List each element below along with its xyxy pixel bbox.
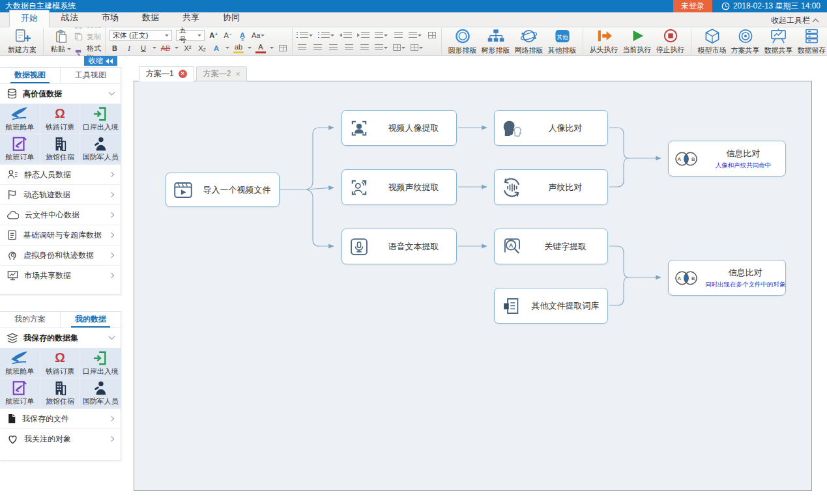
dataset-flight-manifest[interactable]: 航班舱单 — [0, 348, 40, 378]
ribbon-tab-collab[interactable]: 协同 — [211, 9, 252, 27]
category-market-shared[interactable]: 市场共享数据 — [0, 265, 121, 285]
font-size-select[interactable]: 五号 — [176, 30, 205, 41]
dataset-port-entry-exit[interactable]: 口岸出入境 — [80, 348, 121, 378]
numbered-list-button[interactable] — [318, 30, 334, 40]
ribbon-tab-tactics[interactable]: 战法 — [50, 9, 90, 27]
node-other-files-lexicon[interactable]: 其他文件提取词库 — [494, 288, 608, 324]
dropdown-caret-icon[interactable] — [270, 47, 274, 49]
paragraph-shading-button[interactable] — [393, 42, 405, 53]
other-layout-button[interactable]: 其他 其他排版 — [545, 28, 579, 55]
dataset-hotel-stay[interactable]: 旅馆住宿 — [40, 134, 81, 164]
node-info-compare-1[interactable]: AB 信息比对 人像和声纹共同命中 — [668, 141, 786, 176]
category-cloud-file[interactable]: 云文件中心数据 — [0, 204, 121, 225]
dataset-military-personnel[interactable]: 国防军人员 — [80, 134, 121, 164]
align-center-button[interactable] — [312, 42, 323, 53]
dataset-flight-order[interactable]: 航班订单 — [0, 134, 40, 164]
bold-button[interactable]: B — [109, 43, 120, 53]
tab-my-data[interactable]: 我的数据 — [60, 312, 121, 328]
plan-tab-1[interactable]: 方案—1 ✕ — [139, 66, 194, 81]
sidebar-collapse-button[interactable]: 收缩 — [84, 56, 117, 66]
table-button[interactable] — [427, 30, 437, 40]
dataset-port-entry-exit[interactable]: 口岸出入境 — [80, 104, 121, 134]
my-followed-objects-row[interactable]: 我关注的对象 — [0, 428, 121, 449]
collapse-toolbar-button[interactable]: 收起工具栏 — [771, 15, 818, 26]
category-virtual-identity[interactable]: 虚拟身份和轨迹数据 — [0, 245, 121, 265]
distribute-button[interactable] — [359, 42, 370, 53]
high-value-data-header[interactable]: 高价值数据 — [0, 84, 121, 104]
align-left-button[interactable] — [297, 42, 307, 53]
my-datasets-header[interactable]: 我保存的数据集 — [0, 328, 121, 348]
login-status-badge[interactable]: 未登录 — [673, 0, 712, 12]
node-video-voice-extract[interactable]: 视频声纹提取 — [341, 169, 457, 205]
text-effects-button[interactable]: A — [211, 43, 222, 53]
run-current-button[interactable]: 当前执行 — [620, 28, 654, 55]
paste-button[interactable]: 粘贴 — [48, 28, 74, 55]
data-share-button[interactable]: 数据共享 — [762, 28, 795, 55]
dataset-flight-manifest[interactable]: 航班舱单 — [0, 104, 40, 134]
close-tab-icon[interactable]: × — [235, 70, 240, 78]
show-marks-button[interactable] — [409, 30, 422, 40]
char-scale-button[interactable] — [375, 30, 388, 40]
run-from-start-button[interactable]: 从头执行 — [587, 28, 620, 55]
superscript-button[interactable]: X² — [182, 43, 193, 53]
stop-run-button[interactable]: 停止执行 — [654, 28, 687, 55]
plan-tab-2[interactable]: 方案—2 × — [196, 66, 248, 81]
dataset-military-personnel[interactable]: 国防军人员 — [80, 378, 121, 408]
tree-layout-button[interactable]: 树形排版 — [479, 28, 512, 55]
new-plan-button[interactable]: 新建方案 — [5, 28, 39, 55]
category-dynamic-trajectory[interactable]: 动态轨迹数据 — [0, 184, 121, 204]
category-research-library[interactable]: 基础调研与专题库数据 — [0, 225, 121, 245]
flowchart-canvas[interactable]: 导入一个视频文件 视频人像提取 视频声纹提取 语音文本提取 — [134, 81, 812, 491]
node-import-video[interactable]: 导入一个视频文件 — [166, 173, 280, 207]
network-layout-button[interactable]: 网络排版 — [512, 28, 545, 55]
close-tab-icon[interactable]: ✕ — [179, 70, 187, 78]
tab-my-plans[interactable]: 我的方案 — [0, 312, 60, 328]
strikethrough-button[interactable]: AB — [160, 43, 171, 53]
subscript-button[interactable]: X₂ — [197, 43, 207, 53]
dataset-railway-ticket[interactable]: Ω 铁路订票 — [40, 104, 81, 134]
underline-button[interactable]: U — [138, 43, 149, 53]
node-voice-compare[interactable]: 声纹比对 — [494, 169, 608, 205]
category-static-personnel[interactable]: 静态人员数据 — [0, 164, 121, 184]
phonetic-guide-button[interactable]: A̳ — [237, 30, 248, 40]
shrink-font-button[interactable]: A⁻ — [223, 30, 233, 40]
ribbon-tab-start[interactable]: 开始 — [9, 10, 50, 27]
ribbon-tab-data[interactable]: 数据 — [130, 9, 171, 27]
circular-layout-button[interactable]: 圆形排版 — [446, 28, 479, 55]
plan-share-button[interactable]: 方案共享 — [729, 28, 762, 55]
dropdown-caret-icon[interactable] — [225, 47, 229, 49]
decrease-indent-button[interactable] — [340, 30, 352, 40]
ribbon-tab-share[interactable]: 共享 — [171, 9, 211, 27]
font-color-button[interactable]: A — [255, 43, 266, 53]
sort-button[interactable] — [393, 30, 403, 40]
tab-data-view[interactable]: 数据视图 — [0, 68, 60, 83]
font-name-select[interactable]: 宋体 (正文) — [109, 30, 172, 41]
dropdown-caret-icon[interactable] — [248, 47, 252, 49]
character-shading-button[interactable] — [278, 43, 288, 53]
model-market-button[interactable]: 模型市场 — [695, 28, 729, 55]
dataset-flight-order[interactable]: 航班订单 — [0, 378, 40, 408]
change-case-button[interactable]: Aa — [252, 30, 265, 40]
dataset-hotel-stay[interactable]: 旅馆住宿 — [40, 378, 81, 408]
align-right-button[interactable] — [328, 42, 338, 53]
increase-indent-button[interactable] — [357, 30, 370, 40]
dropdown-caret-icon[interactable] — [175, 47, 179, 49]
node-speech-text-extract[interactable]: 语音文本提取 — [341, 229, 457, 264]
borders-button[interactable] — [411, 42, 423, 53]
line-spacing-button[interactable] — [375, 42, 388, 53]
my-saved-files-row[interactable]: 我保存的文件 — [0, 408, 121, 428]
node-video-face-extract[interactable]: 视频人像提取 — [341, 110, 457, 146]
justify-button[interactable] — [343, 42, 354, 53]
grow-font-button[interactable]: A⁺ — [209, 30, 219, 40]
ribbon-tab-market[interactable]: 市场 — [90, 9, 130, 27]
bullet-list-button[interactable] — [297, 30, 313, 40]
tab-tool-view[interactable]: 工具视图 — [60, 68, 121, 83]
dropdown-caret-icon[interactable] — [152, 47, 156, 49]
node-face-compare[interactable]: 人像比对 — [494, 110, 608, 146]
dataset-railway-ticket[interactable]: Ω 铁路订票 — [40, 348, 81, 378]
data-retention-button[interactable]: 数据留存 — [795, 28, 827, 55]
italic-button[interactable]: I — [124, 43, 134, 53]
highlight-color-button[interactable]: ab — [233, 43, 244, 53]
node-keyword-extract[interactable]: A 关键字提取 — [494, 229, 608, 264]
copy-button[interactable]: 复制 — [74, 32, 101, 42]
